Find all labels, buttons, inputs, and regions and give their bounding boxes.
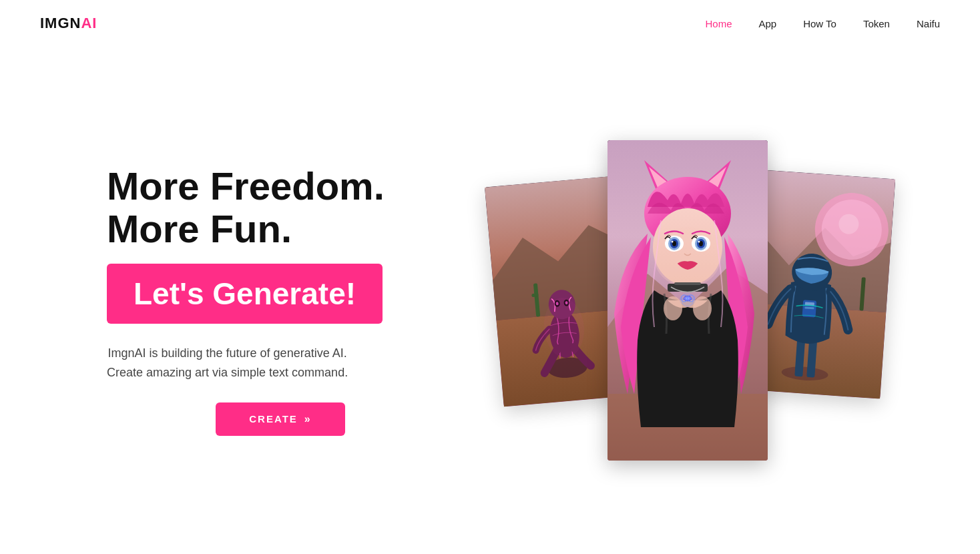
headline-line1: More Freedom. xyxy=(107,165,385,208)
svg-rect-27 xyxy=(674,282,701,285)
arrow-right-icon: » xyxy=(304,413,312,425)
image-collage xyxy=(454,100,921,501)
headline-line2: More Fun. xyxy=(107,208,385,250)
collage-image-center xyxy=(607,140,768,461)
description-line1: ImgnAI is building the future of generat… xyxy=(107,346,346,360)
logo-imgn: IMGN xyxy=(40,15,81,31)
cta-pill-text: Let's Generate! xyxy=(134,276,356,311)
hero-right xyxy=(454,87,921,514)
svg-point-32 xyxy=(672,241,674,243)
nav-howto[interactable]: How To xyxy=(803,18,836,29)
hero-section: More Freedom. More Fun. Let's Generate! … xyxy=(0,47,980,554)
logo-ai: AI xyxy=(81,15,97,31)
hero-left: More Freedom. More Fun. Let's Generate! … xyxy=(107,165,454,435)
cta-pill: Let's Generate! xyxy=(107,264,383,324)
header: IMGNAI Home App How To Token Naifu xyxy=(0,0,980,47)
svg-point-39 xyxy=(693,296,712,320)
nav-home[interactable]: Home xyxy=(705,18,732,29)
nav: Home App How To Token Naifu xyxy=(705,18,940,29)
nav-app[interactable]: App xyxy=(758,18,776,29)
hero-headline: More Freedom. More Fun. xyxy=(107,165,385,250)
logo[interactable]: IMGNAI xyxy=(40,15,97,32)
create-button[interactable]: CREATE » xyxy=(216,402,344,436)
svg-point-37 xyxy=(698,241,700,243)
description-line2: Create amazing art via simple text comma… xyxy=(107,366,348,379)
svg-point-25 xyxy=(654,227,721,287)
svg-point-43 xyxy=(680,293,696,306)
hero-description: ImgnAI is building the future of generat… xyxy=(107,344,348,382)
svg-rect-6 xyxy=(531,293,538,297)
svg-point-38 xyxy=(664,296,682,320)
nav-naifu[interactable]: Naifu xyxy=(917,18,940,29)
create-button-label: CREATE xyxy=(249,413,298,425)
nav-token[interactable]: Token xyxy=(863,18,890,29)
